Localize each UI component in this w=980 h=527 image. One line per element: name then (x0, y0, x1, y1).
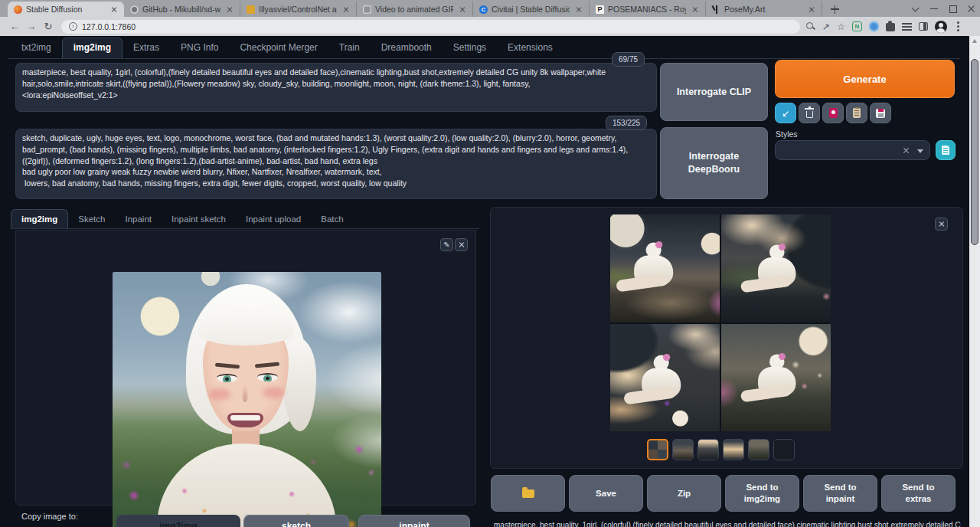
browser-tab-civitai[interactable]: Civitai | Stable Diffusion model (473, 2, 590, 17)
edit-image-button[interactable]: ✎ (440, 238, 453, 251)
chevron-down-icon[interactable] (917, 149, 923, 153)
negative-token-counter: 153/225 (606, 116, 647, 130)
tab-dreambooth[interactable]: Dreambooth (371, 38, 443, 58)
zip-button[interactable]: Zip (647, 475, 721, 512)
styles-dropdown[interactable] (775, 140, 930, 160)
tab-close-icon[interactable] (457, 4, 468, 15)
open-folder-button[interactable] (491, 475, 565, 512)
civitai-favicon-icon (479, 5, 488, 14)
tab-checkpoint-merger[interactable]: Checkpoint Merger (229, 38, 328, 58)
tab-close-icon[interactable] (341, 4, 351, 15)
thumbnail-1[interactable] (672, 439, 694, 460)
window-minimize-button[interactable] (925, 0, 943, 17)
browser-tab-posemaniacs[interactable]: POSEMANIACS - Royalty free 3 (590, 2, 706, 17)
tab-extensions[interactable]: Extensions (497, 38, 564, 58)
tab-settings[interactable]: Settings (443, 38, 497, 58)
extension-blue-icon[interactable] (869, 21, 879, 31)
tab-close-icon[interactable] (109, 4, 119, 15)
extra-networks-button[interactable] (822, 103, 844, 123)
tab-close-icon[interactable] (573, 4, 584, 15)
browser-tab-posemyart[interactable]: PoseMy.Art (706, 2, 822, 17)
portrait-eye (217, 374, 237, 382)
new-tab-button[interactable] (825, 2, 844, 17)
gallery-close-button[interactable] (935, 218, 948, 231)
tab-close-icon[interactable] (806, 4, 817, 15)
styles-clear-icon[interactable] (901, 146, 911, 155)
back-icon[interactable]: ← (6, 18, 23, 35)
paste-params-button[interactable]: ↙ (775, 103, 796, 123)
img2img-drop-area[interactable]: ✎ (15, 230, 476, 506)
clear-prompt-button[interactable] (799, 103, 820, 123)
save-button[interactable]: Save (569, 475, 643, 512)
result-image-4[interactable] (721, 324, 831, 432)
extension-n-icon[interactable]: N (852, 21, 862, 31)
subtab-inpaint-sketch[interactable]: Inpaint sketch (162, 210, 236, 229)
interrogate-deepbooru-button[interactable]: Interrogate DeepBooru (660, 127, 768, 199)
thumbnail-grid[interactable] (647, 439, 668, 460)
thumbnail-4[interactable] (748, 439, 769, 460)
tab-title: PoseMy.Art (724, 5, 802, 14)
send-to-extras-button[interactable]: Send to extras (881, 475, 956, 512)
window-chevron-icon[interactable] (906, 0, 925, 17)
tab-img2img[interactable]: img2img (62, 38, 122, 58)
bookmark-star-icon[interactable]: ☆ (837, 22, 845, 31)
window-maximize-button[interactable] (943, 0, 962, 17)
page-scrollbar[interactable] (969, 36, 980, 527)
browser-tab-github[interactable]: GitHub - Mikubill/sd-webui-co (124, 2, 240, 17)
scrollbar-up-icon[interactable] (972, 39, 977, 43)
img2img-mode-tabs: img2img Sketch Inpaint Inpaint sketch In… (11, 208, 354, 229)
zoom-icon[interactable] (806, 22, 815, 31)
site-info-icon[interactable]: i (69, 22, 77, 31)
browser-tab-gif-converter[interactable]: Video to animated GIF converter (357, 2, 473, 17)
tab-png-info[interactable]: PNG Info (170, 38, 229, 58)
apply-style-button[interactable] (846, 103, 867, 123)
browser-toolbar: ← → ↻ i 127.0.0.1:7860 ↗ ☆ N (0, 17, 980, 36)
subtab-sketch[interactable]: Sketch (68, 210, 115, 229)
copy-to-inpaint-button[interactable]: inpaint (358, 515, 470, 527)
tab-close-icon[interactable] (224, 4, 235, 15)
reload-icon[interactable]: ↻ (40, 18, 57, 35)
refresh-styles-button[interactable] (936, 140, 956, 160)
forward-icon[interactable]: → (23, 18, 40, 35)
seated-girl-figure (628, 242, 682, 292)
share-icon[interactable]: ↗ (822, 22, 830, 31)
result-image-1[interactable] (610, 214, 720, 322)
prompt-input[interactable]: masterpiece, best quality, 1girl, (color… (15, 63, 657, 112)
copy-to-sketch-button[interactable]: sketch (243, 515, 349, 527)
profile-avatar[interactable] (935, 21, 947, 33)
subtab-inpaint-upload[interactable]: Inpaint upload (236, 210, 311, 229)
negative-prompt-input[interactable]: sketch, duplicate, ugly, huge eyes, text… (15, 129, 657, 199)
url-text: 127.0.0.1:7860 (82, 22, 136, 31)
address-bar[interactable]: i 127.0.0.1:7860 (61, 20, 800, 34)
subtab-img2img[interactable]: img2img (11, 209, 68, 229)
browser-menu-icon[interactable] (957, 25, 959, 28)
generate-button[interactable]: Generate (775, 60, 955, 98)
result-image-2[interactable] (721, 214, 831, 322)
tab-extras[interactable]: Extras (122, 38, 170, 58)
tab-close-icon[interactable] (690, 4, 701, 15)
img2img-source-image[interactable] (113, 272, 381, 527)
interrogate-clip-button[interactable]: Interrogate CLIP (660, 63, 768, 121)
browser-tab-controlnet[interactable]: Illyasviel/ControlNet at main (240, 2, 357, 17)
scrollbar-thumb[interactable] (971, 59, 978, 245)
result-image-3[interactable] (610, 324, 720, 432)
subtab-batch[interactable]: Batch (311, 210, 353, 229)
tab-txt2img[interactable]: txt2img (11, 38, 62, 58)
thumbnail-5[interactable] (773, 439, 795, 460)
send-to-img2img-button[interactable]: Send to img2img (725, 475, 799, 512)
result-image-grid[interactable] (610, 214, 831, 431)
tab-train[interactable]: Train (328, 38, 371, 58)
extensions-puzzle-icon[interactable] (886, 23, 895, 31)
browser-tab-strip: Stable Diffusion GitHub - Mikubill/sd-we… (0, 0, 980, 17)
gif-converter-favicon-icon (363, 5, 371, 14)
window-close-button[interactable] (962, 0, 980, 17)
browser-tab-stable-diffusion[interactable]: Stable Diffusion (8, 2, 124, 17)
clear-image-button[interactable] (455, 238, 468, 251)
save-style-button[interactable] (870, 103, 891, 123)
thumbnail-2[interactable] (697, 439, 719, 460)
send-to-inpaint-button[interactable]: Send to inpaint (803, 475, 877, 512)
side-panel-icon[interactable] (919, 22, 928, 31)
subtab-inpaint[interactable]: Inpaint (115, 210, 162, 229)
reading-list-icon[interactable] (902, 22, 912, 31)
thumbnail-3[interactable] (723, 439, 744, 460)
